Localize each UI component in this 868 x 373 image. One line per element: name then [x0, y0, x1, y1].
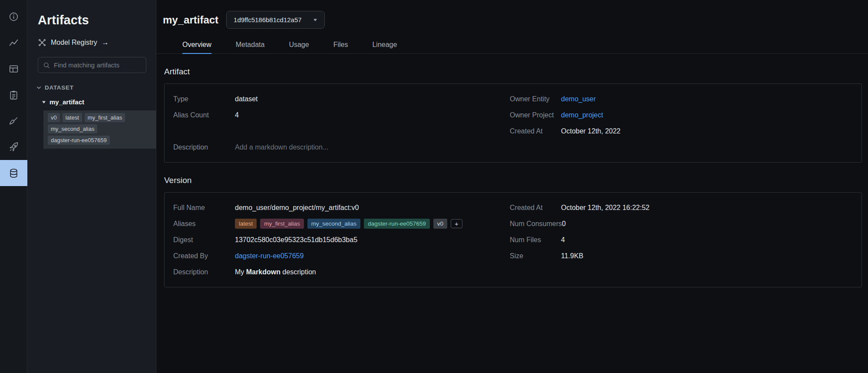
alias-chip-v0[interactable]: v0 [433, 219, 447, 229]
field-size: Size 11.9KB [510, 248, 861, 264]
field-version-description-label: Description [173, 268, 235, 276]
tree-node-my-artifact-label: my_artifact [50, 98, 84, 106]
model-registry-label: Model Registry [51, 39, 97, 47]
field-num-files-value: 4 [561, 236, 565, 244]
triangle-down-icon [42, 100, 46, 104]
field-full-name-value: demo_user/demo_project/my_artifact:v0 [235, 204, 359, 212]
launch-icon[interactable] [0, 134, 27, 160]
version-section-heading: Version [164, 176, 862, 185]
search-input[interactable] [54, 61, 142, 69]
alias-chip-my-first-alias[interactable]: my_first_alias [260, 219, 304, 229]
tab-overview[interactable]: Overview [170, 36, 224, 53]
tree-node-dataset-label: DATASET [45, 84, 74, 91]
tab-files[interactable]: Files [321, 36, 360, 53]
field-artifact-description: Description Add a markdown description..… [173, 139, 501, 155]
spacer [173, 123, 501, 139]
created-by-link[interactable]: dagster-run-ee057659 [235, 252, 304, 260]
field-num-consumers: Num Consumers 0 [510, 216, 861, 232]
field-artifact-created-at: Created At October 12th, 2022 [510, 123, 861, 139]
field-owner-entity-label: Owner Entity [510, 95, 561, 103]
version-panel: Full Name demo_user/demo_project/my_arti… [164, 192, 862, 287]
field-digest: Digest 13702c580c03e95323c51db15d6b3ba5 [173, 232, 501, 248]
tab-lineage[interactable]: Lineage [360, 36, 409, 53]
alias-chip-list: latest my_first_alias my_second_alias da… [235, 219, 462, 229]
alias-chip-dagster-run[interactable]: dagster-run-ee057659 [364, 219, 430, 229]
version-selector-dropdown[interactable]: 1d9ffc5186b81cd12a57 [226, 11, 325, 29]
version-chip-my-second-alias: my_second_alias [48, 124, 97, 133]
version-panel-left: Full Name demo_user/demo_project/my_arti… [165, 200, 510, 280]
add-alias-button[interactable]: + [451, 219, 462, 228]
field-num-files: Num Files 4 [510, 232, 861, 248]
description-bold: Markdown [246, 268, 281, 276]
artifact-panel-right: Owner Entity demo_user Owner Project dem… [510, 91, 861, 155]
artifact-panel-left: Type dataset Alias Count 4 Description A… [165, 91, 510, 155]
field-digest-value: 13702c580c03e95323c51db15d6b3ba5 [235, 236, 357, 244]
field-full-name: Full Name demo_user/demo_project/my_arti… [173, 200, 501, 216]
reports-icon[interactable] [0, 82, 27, 108]
version-selector-value: 1d9ffc5186b81cd12a57 [234, 16, 302, 23]
main-content: my_artifact 1d9ffc5186b81cd12a57 Overvie… [156, 0, 868, 373]
sidebar: Artifacts Model Registry → DATASET [27, 0, 156, 373]
overview-content: Artifact Type dataset Alias Count 4 Desc… [156, 54, 868, 287]
field-owner-entity: Owner Entity demo_user [510, 91, 861, 107]
owner-project-link[interactable]: demo_project [561, 111, 603, 119]
sweeps-icon[interactable] [0, 108, 27, 134]
field-type: Type dataset [173, 91, 501, 107]
tab-usage[interactable]: Usage [277, 36, 321, 53]
field-version-description-value[interactable]: My Markdown description [235, 268, 316, 276]
chevron-down-icon [36, 85, 42, 90]
field-owner-project: Owner Project demo_project [510, 107, 861, 123]
artifact-description-placeholder[interactable]: Add a markdown description... [235, 143, 328, 151]
version-chip-row: v0 latest my_first_alias [48, 113, 152, 122]
field-artifact-created-at-value: October 12th, 2022 [561, 127, 620, 135]
version-chip-v0: v0 [48, 113, 60, 122]
search-icon [43, 61, 50, 69]
version-chip-my-first-alias: my_first_alias [85, 113, 125, 122]
charts-icon[interactable] [0, 30, 27, 56]
field-type-label: Type [173, 95, 235, 103]
version-chip-row: my_second_alias [48, 124, 152, 133]
field-created-by: Created By dagster-run-ee057659 [173, 248, 501, 264]
field-num-consumers-value: 0 [562, 220, 566, 228]
tree-node-my-artifact[interactable]: my_artifact [42, 98, 84, 106]
field-version-created-at-value: October 12th, 2022 16:22:52 [561, 204, 650, 212]
description-prefix: My [235, 268, 246, 276]
field-full-name-label: Full Name [173, 204, 235, 212]
artifact-title: my_artifact [163, 14, 218, 26]
caret-down-icon [313, 18, 317, 22]
version-panel-right: Created At October 12th, 2022 16:22:52 N… [510, 200, 861, 280]
tab-bar: Overview Metadata Usage Files Lineage [156, 36, 868, 54]
artifacts-icon[interactable] [0, 160, 27, 186]
artifact-section-heading: Artifact [164, 67, 862, 77]
tables-icon[interactable] [0, 56, 27, 82]
field-owner-project-label: Owner Project [510, 111, 561, 119]
field-type-value: dataset [235, 95, 257, 103]
tab-metadata[interactable]: Metadata [224, 36, 277, 53]
field-digest-label: Digest [173, 236, 235, 244]
info-icon[interactable] [0, 3, 27, 30]
version-chip-dagster-run: dagster-run-ee057659 [48, 136, 110, 145]
field-size-value: 11.9KB [561, 252, 583, 260]
description-suffix: description [281, 268, 316, 276]
model-registry-link[interactable]: Model Registry → [38, 38, 109, 47]
field-created-by-label: Created By [173, 252, 235, 260]
tree-node-dataset[interactable]: DATASET [36, 84, 74, 91]
artifact-search[interactable] [38, 57, 146, 73]
field-artifact-description-label: Description [173, 143, 235, 151]
field-version-created-at-label: Created At [510, 204, 561, 212]
field-num-files-label: Num Files [510, 236, 561, 244]
artifact-panel: Type dataset Alias Count 4 Description A… [164, 83, 862, 163]
model-registry-icon [38, 38, 46, 47]
field-version-created-at: Created At October 12th, 2022 16:22:52 [510, 200, 861, 216]
alias-chip-my-second-alias[interactable]: my_second_alias [307, 219, 360, 229]
field-artifact-created-at-label: Created At [510, 127, 561, 135]
owner-entity-link[interactable]: demo_user [561, 95, 596, 103]
field-alias-count-value: 4 [235, 111, 239, 119]
field-aliases-label: Aliases [173, 220, 235, 228]
main-header: my_artifact 1d9ffc5186b81cd12a57 [156, 0, 868, 36]
field-size-label: Size [510, 252, 561, 260]
field-version-description: Description My Markdown description [173, 264, 501, 280]
page-title: Artifacts [38, 13, 89, 27]
tree-version-selected[interactable]: v0 latest my_first_alias my_second_alias… [43, 110, 156, 149]
alias-chip-latest[interactable]: latest [235, 219, 257, 229]
